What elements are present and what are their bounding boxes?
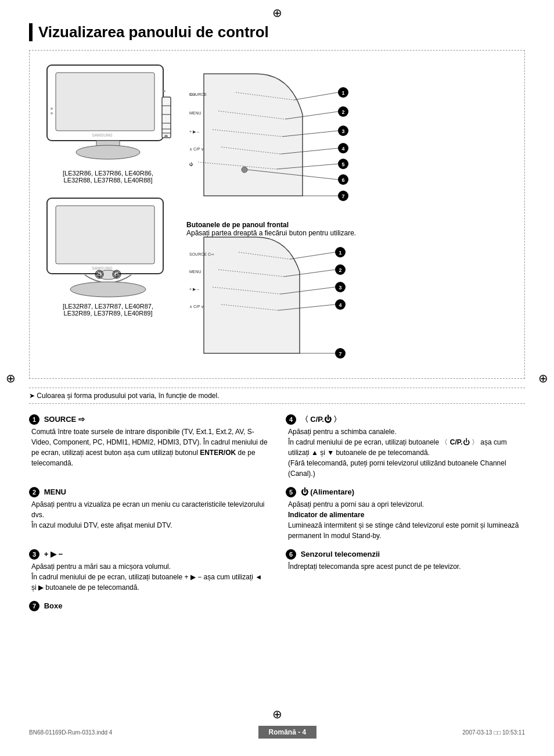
desc-body-5: Apăsați pentru a porni sau a opri televi…	[286, 499, 525, 541]
svg-rect-5	[162, 97, 171, 138]
desc-title-3: 3 + ▶ −	[29, 549, 268, 560]
panel-block-1: SOURCE C⇨ MENU + ▶ – ∧ C/P ∨ ⏻	[186, 68, 513, 209]
reg-mark-right: ⊕	[538, 371, 548, 385]
svg-text:3: 3	[341, 128, 344, 134]
num-1: 1	[29, 414, 39, 425]
svg-text:SAMSUNG: SAMSUNG	[92, 133, 112, 137]
svg-text:7: 7	[341, 194, 344, 199]
tv2-svg: SAMSUNG 5	[41, 195, 175, 300]
tv-block-2: SAMSUNG 5	[41, 195, 175, 317]
svg-point-19	[70, 282, 146, 297]
desc-item-3: 3 + ▶ − Apăsați pentru a mări sau a micș…	[29, 549, 268, 593]
svg-text:3: 3	[339, 285, 341, 291]
descriptions-grid: 1 SOURCE ⇨ Comută între toate sursele de…	[29, 414, 525, 621]
svg-text:⏻: ⏻	[189, 162, 193, 166]
desc-body-4: Apăsați pentru a schimba canalele. În ca…	[286, 427, 525, 479]
num-2: 2	[29, 487, 39, 497]
tv1-svg: SAMSUNG	[41, 62, 175, 167]
desc-item-2: 2 MENU Apăsați pentru a vizualiza pe ecr…	[29, 487, 268, 541]
svg-text:2: 2	[339, 267, 341, 273]
svg-text:5: 5	[341, 162, 344, 167]
panel-block-2: SOURCE C⇨ MENU + ▶ – ∧ C/P ∨ 1	[186, 231, 513, 367]
svg-line-69	[290, 252, 335, 259]
desc-title-2: 2 MENU	[29, 487, 268, 497]
svg-point-13	[51, 112, 53, 114]
num-4: 4	[286, 414, 296, 425]
svg-point-12	[51, 108, 53, 110]
svg-text:4: 4	[339, 302, 341, 308]
footer-center: Română - 4	[258, 726, 317, 739]
tv-diagrams: SAMSUNG	[41, 62, 175, 317]
num-3: 3	[29, 549, 39, 560]
desc-item-6: 6 Senzorul telecomenzii Îndreptați telec…	[286, 549, 525, 593]
desc-item-7: 7 Boxe	[29, 601, 268, 613]
svg-text:SAMSUNG: SAMSUNG	[92, 266, 112, 270]
desc-body-1: Comută între toate sursele de intrare di…	[29, 427, 268, 468]
svg-point-11	[164, 135, 168, 138]
svg-text:4: 4	[341, 146, 344, 152]
svg-point-54	[242, 167, 247, 173]
svg-point-4	[76, 145, 140, 159]
footer-bar: BN68-01169D-Rum-0313.indd 4 Română - 4 2…	[0, 726, 554, 739]
note-bar: Culoarea și forma produsului pot varia, …	[29, 388, 525, 404]
desc-title-7: 7 Boxe	[29, 601, 268, 611]
num-5: 5	[286, 487, 296, 497]
svg-text:2: 2	[341, 109, 344, 115]
desc-item-1: 1 SOURCE ⇨ Comută între toate sursele de…	[29, 414, 268, 479]
reg-mark-top: ⊕	[272, 6, 282, 20]
reg-mark-left: ⊕	[6, 371, 16, 385]
footer-right: 2007-03-13 □□ 10:53:11	[462, 729, 525, 736]
svg-point-14	[163, 90, 166, 92]
svg-text:∧ C/P ∨: ∧ C/P ∨	[189, 304, 204, 309]
page-title: Vizualizarea panoului de control	[29, 23, 525, 41]
svg-text:6: 6	[341, 177, 344, 183]
svg-text:MENU: MENU	[189, 111, 202, 115]
panel-label: Butoanele de pe panoul frontal	[186, 221, 289, 229]
svg-text:∧ C/P ∨: ∧ C/P ∨	[189, 147, 204, 151]
svg-text:5: 5	[98, 273, 100, 277]
desc-title-6: 6 Senzorul telecomenzii	[286, 549, 525, 560]
num-7: 7	[29, 601, 39, 611]
num-6: 6	[286, 549, 296, 560]
tv1-label: [LE32R86, LE37R86, LE40R86, LE32R88, LE3…	[63, 170, 153, 184]
svg-text:SOURCE C⇨: SOURCE C⇨	[189, 252, 214, 256]
svg-text:1: 1	[339, 250, 341, 256]
svg-text:+ ▶ –: + ▶ –	[189, 130, 199, 134]
desc-title-5: 5 ⏻ (Alimentare)	[286, 487, 525, 497]
reg-mark-bottom: ⊕	[272, 707, 282, 721]
svg-text:6: 6	[116, 273, 118, 277]
desc-body-2: Apăsați pentru a vizualiza pe ecran un m…	[29, 499, 268, 531]
desc-body-6: Îndreptați telecomanda spre acest punct …	[286, 561, 525, 572]
svg-text:MENU: MENU	[189, 270, 202, 274]
desc-title-1: 1 SOURCE ⇨	[29, 414, 268, 425]
svg-text:+ ▶ –: + ▶ –	[189, 287, 199, 291]
diagram-inner: SAMSUNG	[41, 62, 513, 367]
desc-item-5: 5 ⏻ (Alimentare) Apăsați pentru a porni …	[286, 487, 525, 541]
main-diagram-box: SAMSUNG	[29, 50, 525, 379]
tv2-label: [LE32R87, LE37R87, LE40R87, LE32R89, LE3…	[63, 303, 153, 317]
svg-rect-16	[56, 206, 154, 264]
tv-block-1: SAMSUNG	[41, 62, 175, 184]
desc-body-3: Apăsați pentru a mări sau a micșora volu…	[29, 561, 268, 593]
control-panels: SOURCE C⇨ MENU + ▶ – ∧ C/P ∨ ⏻	[186, 62, 513, 367]
svg-text:7: 7	[339, 351, 341, 357]
desc-item-4: 4 〈 C/P.⏻ 〉 Apăsați pentru a schimba can…	[286, 414, 525, 479]
svg-line-39	[294, 92, 338, 100]
svg-text:C⇨: C⇨	[189, 92, 196, 96]
footer-left: BN68-01169D-Rum-0313.indd 4	[29, 729, 112, 736]
svg-rect-1	[56, 73, 154, 131]
desc-title-4: 4 〈 C/P.⏻ 〉	[286, 414, 525, 425]
svg-text:1: 1	[341, 90, 344, 96]
page-container: ⊕ ⊕ ⊕ ⊕ Vizualizarea panoului de control	[0, 0, 554, 756]
